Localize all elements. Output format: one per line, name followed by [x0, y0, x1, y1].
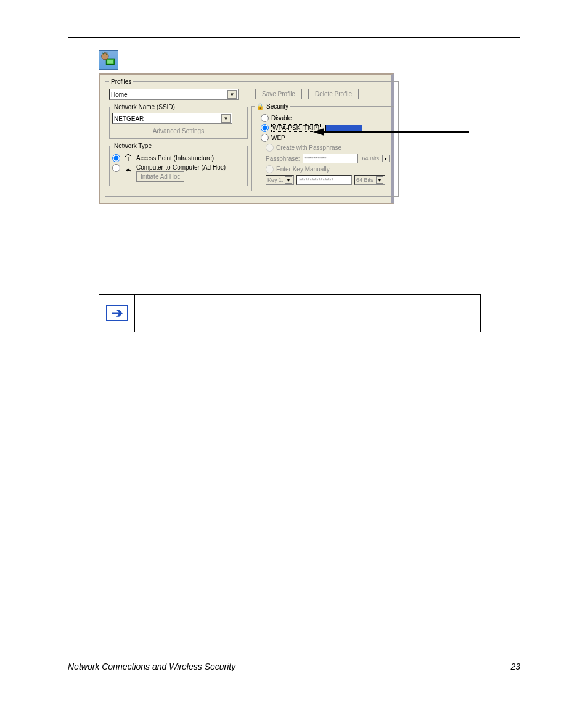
note-arrow-icon: ➔: [106, 305, 128, 321]
key-bits-select[interactable]: 64 Bits ▼: [354, 175, 385, 185]
security-wpapsk-radio[interactable]: [261, 124, 269, 132]
ssid-value: NETGEAR: [114, 115, 144, 122]
key1-label: Key 1:: [267, 177, 284, 183]
profile-value: Home: [111, 91, 128, 98]
wpapsk-highlight: [325, 125, 362, 132]
security-wep-radio[interactable]: [261, 134, 269, 142]
security-wpapsk-label: WPA-PSK [TKIP]: [271, 124, 321, 132]
nt-option2-label: Computer-to-Computer (Ad Hoc): [136, 164, 226, 171]
chevron-down-icon: ▼: [227, 90, 237, 99]
systray-row: [99, 50, 520, 70]
profiles-legend: Profiles: [109, 78, 133, 85]
lock-icon: 🔒: [256, 103, 264, 110]
page-footer: Network Connections and Wireless Securit…: [68, 655, 520, 671]
network-type-legend: Network Type: [112, 142, 153, 149]
network-type-fieldset: Network Type Access Point (Infrastructur…: [109, 142, 248, 186]
save-profile-button[interactable]: Save Profile: [255, 89, 302, 99]
delete-profile-button[interactable]: Delete Profile: [308, 89, 359, 99]
passphrase-bits-select[interactable]: 64 Bits ▼: [361, 154, 391, 163]
create-passphrase-radio: [266, 144, 274, 152]
create-passphrase-label: Create with Passphrase: [276, 144, 341, 151]
bottom-rule: [68, 655, 520, 655]
security-legend-text: Security: [266, 103, 288, 110]
top-rule: [68, 37, 520, 38]
enter-key-manually-label: Enter Key Manually: [276, 166, 330, 173]
network-name-fieldset: Network Name (SSID) NETGEAR ▼ Advanced S…: [109, 104, 248, 139]
advanced-settings-button[interactable]: Advanced Settings: [149, 126, 208, 136]
nt-adhoc-radio[interactable]: [112, 164, 120, 172]
passphrase-label: Passphrase:: [266, 155, 300, 162]
chevron-down-icon: ▼: [221, 114, 231, 123]
nt-infrastructure-radio[interactable]: [112, 154, 120, 162]
profiles-fieldset: Profiles Home ▼ Network Name (SSID) NETG…: [105, 78, 399, 197]
adhoc-icon: [124, 165, 133, 174]
network-name-legend: Network Name (SSID): [112, 104, 177, 110]
security-disable-radio[interactable]: [261, 114, 269, 122]
settings-dialog: Profiles Home ▼ Network Name (SSID) NETG…: [99, 73, 394, 204]
systray-icon: [99, 50, 118, 70]
enter-key-manually-radio: [266, 165, 274, 173]
step3-placeholder: [99, 215, 520, 289]
chevron-down-icon: ▼: [382, 155, 390, 162]
note-icon-cell: ➔: [99, 295, 135, 332]
key-index-select[interactable]: Key 1: ▼: [266, 175, 294, 185]
security-fieldset: 🔒 Security Disable WPA-PSK [TKIP]: [251, 103, 394, 191]
key-value-input[interactable]: ****************: [296, 175, 352, 185]
note-text-cell: [135, 295, 480, 332]
security-legend: 🔒 Security: [255, 103, 290, 110]
passphrase-input[interactable]: **********: [303, 154, 358, 163]
footer-right: 23: [510, 662, 520, 671]
footer-left: Network Connections and Wireless Securit…: [68, 662, 235, 671]
svg-rect-1: [107, 60, 113, 64]
nt-option1-label: Access Point (Infrastructure): [136, 155, 214, 162]
chevron-down-icon: ▼: [376, 176, 383, 184]
settings-tab-area: Profiles Home ▼ Network Name (SSID) NETG…: [99, 73, 419, 204]
bits-value: 64 Bits: [362, 155, 380, 162]
bits-value-2: 64 Bits: [356, 177, 374, 183]
antenna-icon: [124, 154, 133, 162]
initiate-adhoc-button[interactable]: Initiate Ad Hoc: [136, 171, 184, 182]
security-disable-label: Disable: [271, 115, 292, 121]
chevron-down-icon: ▼: [285, 176, 292, 184]
ssid-dropdown[interactable]: NETGEAR ▼: [112, 113, 232, 124]
security-wep-label: WEP: [271, 134, 285, 141]
profile-dropdown[interactable]: Home ▼: [109, 89, 239, 100]
note-box: ➔: [99, 294, 481, 332]
